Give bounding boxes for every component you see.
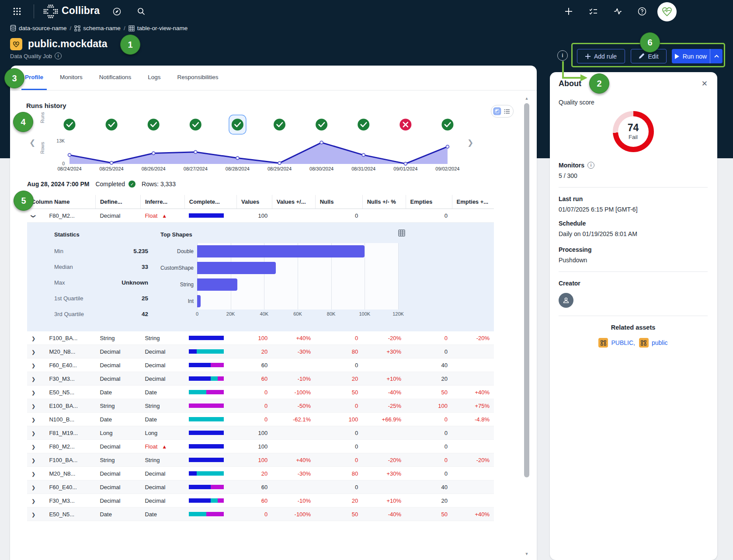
- run-pass-icon[interactable]: [106, 119, 118, 131]
- creator-avatar[interactable]: [559, 293, 573, 308]
- user-avatar[interactable]: [657, 2, 677, 21]
- column-header[interactable]: Nulls +/- %: [362, 195, 406, 209]
- column-header[interactable]: Complete...: [184, 195, 236, 209]
- table-row[interactable]: ❯M20_N8...DecimalDecimal20-30%80+30%0: [27, 345, 494, 358]
- data-point[interactable]: [194, 150, 197, 153]
- collibra-logo-icon[interactable]: [43, 4, 59, 21]
- help-icon[interactable]: [638, 7, 646, 17]
- collapse-row-icon[interactable]: ❯: [31, 214, 36, 218]
- tab-responsibilities[interactable]: Responsibilities: [174, 66, 222, 90]
- related-asset-link[interactable]: PUBLIC,: [598, 338, 635, 348]
- table-row[interactable]: ❯E50_N5...DateDate0-100%50-40%50+40%: [27, 508, 494, 521]
- chart-prev-button[interactable]: ❮: [29, 138, 35, 147]
- chart-next-button[interactable]: ❯: [467, 138, 473, 147]
- add-icon[interactable]: [565, 7, 573, 17]
- expand-row-icon[interactable]: ❯: [31, 403, 35, 409]
- expand-row-icon[interactable]: ❯: [31, 512, 35, 518]
- data-point[interactable]: [152, 152, 155, 155]
- expand-row-icon[interactable]: ❯: [31, 431, 35, 436]
- list-view-button[interactable]: [503, 108, 511, 115]
- column-header[interactable]: Values: [236, 195, 272, 209]
- table-row[interactable]: ❯F80_M2...DecimalFloat▲10000: [27, 209, 494, 223]
- column-header[interactable]: Inferre...: [140, 195, 184, 209]
- data-point[interactable]: [362, 153, 365, 157]
- tab-monitors[interactable]: Monitors: [56, 66, 86, 90]
- expand-row-icon[interactable]: ❯: [31, 471, 35, 477]
- compass-icon[interactable]: [113, 7, 121, 17]
- tab-notifications[interactable]: Notifications: [96, 66, 135, 90]
- tab-profile[interactable]: Profile: [21, 66, 47, 90]
- table-row[interactable]: ❯F30_M3...DecimalDecimal60-10%20+10%20: [27, 494, 494, 508]
- data-point[interactable]: [320, 141, 323, 144]
- table-row[interactable]: ❯F60_E40...DecimalDecimal60040: [27, 480, 494, 494]
- defined-type: String: [95, 331, 140, 345]
- values-delta-cell: -100%: [272, 508, 315, 521]
- run-now-button[interactable]: Run now: [672, 49, 710, 63]
- expand-row-icon[interactable]: ❯: [31, 376, 35, 382]
- column-header[interactable]: Define...: [95, 195, 140, 209]
- table-row[interactable]: ❯F80_M2...DecimalFloat▲10000: [27, 440, 494, 453]
- bar-chart-icon: [494, 108, 500, 114]
- related-asset-link[interactable]: public: [639, 338, 668, 348]
- run-pass-icon[interactable]: [441, 119, 453, 131]
- empties-cell: 0: [406, 209, 452, 223]
- breadcrumb-item-table[interactable]: table-or-view-name: [129, 25, 188, 31]
- breadcrumb-item-schema[interactable]: schema-name: [74, 25, 121, 31]
- table-row[interactable]: ❯E100_BA...StringString0-50%0-25%100+75%: [27, 399, 494, 413]
- run-now-menu-button[interactable]: [710, 49, 723, 63]
- run-pass-icon[interactable]: [232, 119, 243, 131]
- run-pass-icon[interactable]: [274, 119, 285, 131]
- data-point[interactable]: [68, 153, 71, 157]
- table-row[interactable]: ❯E50_N5...DateDate0-100%50-40%50+40%: [27, 386, 494, 399]
- table-row[interactable]: ❯N100_B...DateDate0-62.1%100+66.9%0-4.8%: [27, 413, 494, 426]
- search-icon[interactable]: [137, 7, 145, 17]
- apps-grid-icon[interactable]: [13, 7, 21, 17]
- activity-pulse-icon[interactable]: [614, 8, 622, 17]
- top-shapes-title: Top Shapes: [160, 231, 398, 238]
- chart-view-button[interactable]: [493, 108, 501, 115]
- expand-row-icon[interactable]: ❯: [31, 349, 35, 355]
- column-header[interactable]: Empties: [406, 195, 452, 209]
- run-pass-icon[interactable]: [148, 119, 160, 131]
- empties-cell: 0: [406, 440, 452, 453]
- expand-row-icon[interactable]: ❯: [31, 417, 35, 423]
- column-header[interactable]: Column Name: [27, 195, 95, 209]
- expand-row-icon[interactable]: ❯: [31, 458, 35, 463]
- table-row[interactable]: ❯F81_M19...LongLong10000: [27, 426, 494, 440]
- expand-row-icon[interactable]: ❯: [31, 390, 35, 396]
- tab-logs[interactable]: Logs: [144, 66, 164, 90]
- data-point[interactable]: [278, 161, 281, 164]
- column-header[interactable]: Empties +...: [452, 195, 494, 209]
- data-point[interactable]: [404, 162, 407, 165]
- expand-row-icon[interactable]: ❯: [31, 485, 35, 490]
- expand-row-icon[interactable]: ❯: [31, 336, 35, 341]
- scrollbar-up-icon[interactable]: ▲: [524, 96, 530, 101]
- data-point[interactable]: [446, 145, 449, 148]
- run-pass-icon[interactable]: [64, 119, 76, 131]
- table-row[interactable]: ❯F30_M3...DecimalDecimal60-10%20+10%20: [27, 372, 494, 386]
- table-row[interactable]: ❯F60_E40...DecimalDecimal60040: [27, 358, 494, 372]
- table-row[interactable]: ❯F100_BA...StringString100+40%0-20%0-20%: [27, 453, 494, 467]
- about-info-icon[interactable]: i: [557, 50, 568, 61]
- info-icon[interactable]: i: [55, 52, 62, 59]
- run-pass-icon[interactable]: [316, 119, 327, 131]
- scrollbar-down-icon[interactable]: ▼: [524, 552, 530, 556]
- expand-row-icon[interactable]: ❯: [31, 444, 35, 450]
- info-icon[interactable]: i: [587, 162, 594, 169]
- expand-row-icon[interactable]: ❯: [31, 498, 35, 504]
- data-point[interactable]: [110, 161, 113, 164]
- table-view-icon[interactable]: [398, 230, 405, 238]
- table-row[interactable]: ❯F100_BA...StringString100+40%0-20%0-20%: [27, 331, 494, 345]
- breadcrumb-item-datasource[interactable]: data-source-name: [10, 25, 67, 31]
- column-header[interactable]: Values +/...: [272, 195, 315, 209]
- data-point[interactable]: [236, 157, 239, 160]
- column-header[interactable]: Nulls: [315, 195, 362, 209]
- run-pass-icon[interactable]: [190, 119, 201, 131]
- close-icon[interactable]: ✕: [702, 79, 708, 88]
- expand-row-icon[interactable]: ❯: [31, 363, 35, 369]
- run-pass-icon[interactable]: [358, 119, 369, 131]
- add-rule-button[interactable]: Add rule: [577, 49, 625, 63]
- table-row[interactable]: ❯M20_N8...DecimalDecimal20-30%80+30%0: [27, 467, 494, 480]
- scrollbar-thumb[interactable]: [524, 103, 529, 477]
- tasks-checklist-icon[interactable]: [589, 8, 598, 17]
